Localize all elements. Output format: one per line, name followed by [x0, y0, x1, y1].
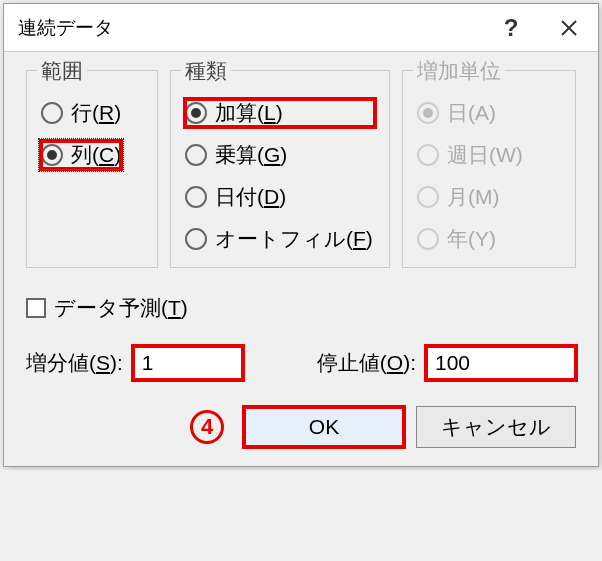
radio-label: 乗算(G) [215, 141, 287, 169]
inputs-row: 増分値(S): 停止値(O): [26, 346, 576, 380]
radio-label: 日(A) [447, 99, 496, 127]
radio-label: 月(M) [447, 183, 500, 211]
groups-row: 範囲 行(R) 列(C) 種類 加算(L) [26, 70, 576, 268]
radio-year: 年(Y) [417, 225, 561, 253]
radio-icon [417, 186, 439, 208]
trend-checkbox-row[interactable]: データ予測(T) [26, 294, 576, 322]
radio-label: 日付(D) [215, 183, 286, 211]
help-button[interactable]: ? [482, 4, 540, 52]
radio-icon [185, 102, 207, 124]
dialog-body: 範囲 行(R) 列(C) 種類 加算(L) [4, 52, 598, 466]
close-button[interactable] [540, 4, 598, 52]
radio-weekday: 週日(W) [417, 141, 561, 169]
radio-label: 行(R) [71, 99, 121, 127]
radio-label: オートフィル(F) [215, 225, 373, 253]
group-type: 種類 加算(L) 乗算(G) 日付(D) オートフィル(F) [170, 70, 390, 268]
step-input[interactable] [133, 346, 243, 380]
radio-icon [185, 186, 207, 208]
callout-badge: 4 [190, 410, 224, 444]
radio-icon [417, 228, 439, 250]
radio-growth[interactable]: 乗算(G) [185, 141, 375, 169]
group-unit-label: 増加単位 [413, 57, 505, 85]
close-icon [559, 18, 579, 38]
radio-columns[interactable]: 列(C) [41, 141, 121, 169]
radio-label: 列(C) [71, 141, 121, 169]
stop-label: 停止値(O): [317, 349, 416, 377]
radio-icon [185, 144, 207, 166]
radio-icon [185, 228, 207, 250]
radio-date[interactable]: 日付(D) [185, 183, 375, 211]
title-controls: ? [482, 4, 598, 51]
radio-label: 加算(L) [215, 99, 283, 127]
buttons-row: 4 OK キャンセル [26, 406, 576, 448]
ok-button[interactable]: OK [244, 407, 404, 447]
cancel-button[interactable]: キャンセル [416, 406, 576, 448]
radio-label: 年(Y) [447, 225, 496, 253]
group-range-label: 範囲 [37, 57, 87, 85]
trend-label: データ予測(T) [54, 294, 188, 322]
step-label: 増分値(S): [26, 349, 123, 377]
radio-autofill[interactable]: オートフィル(F) [185, 225, 375, 253]
radio-icon [41, 102, 63, 124]
stop-input[interactable] [426, 346, 576, 380]
series-dialog: 連続データ ? 範囲 行(R) 列(C) [3, 3, 599, 467]
radio-month: 月(M) [417, 183, 561, 211]
radio-label: 週日(W) [447, 141, 523, 169]
titlebar: 連続データ ? [4, 4, 598, 52]
radio-linear[interactable]: 加算(L) [185, 99, 375, 127]
group-type-label: 種類 [181, 57, 231, 85]
group-range: 範囲 行(R) 列(C) [26, 70, 158, 268]
radio-icon [417, 144, 439, 166]
group-unit: 増加単位 日(A) 週日(W) 月(M) 年(Y) [402, 70, 576, 268]
checkbox-icon [26, 298, 46, 318]
radio-rows[interactable]: 行(R) [41, 99, 143, 127]
radio-icon [417, 102, 439, 124]
radio-day: 日(A) [417, 99, 561, 127]
dialog-title: 連続データ [18, 15, 113, 41]
radio-icon [41, 144, 63, 166]
